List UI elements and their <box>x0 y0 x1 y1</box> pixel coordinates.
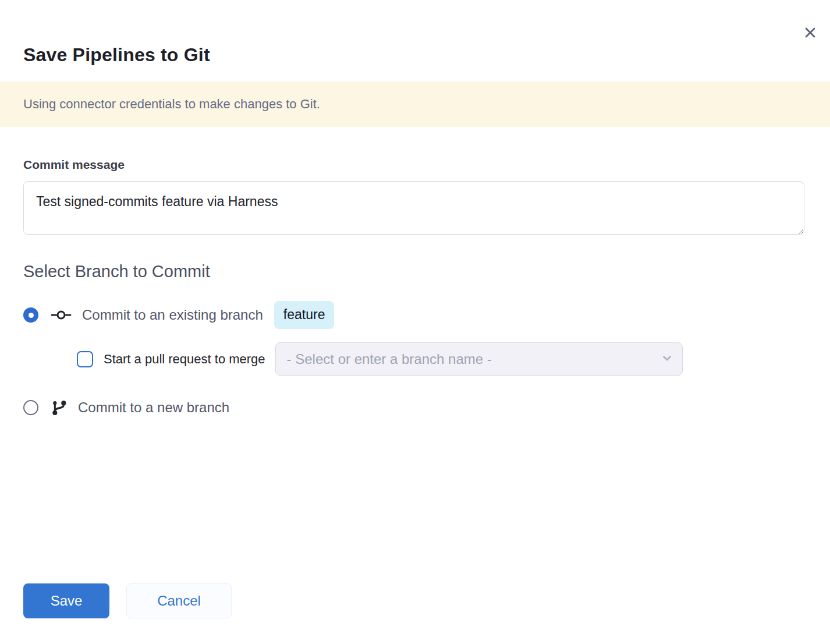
chevron-down-icon <box>660 351 674 367</box>
close-icon <box>802 24 818 43</box>
connector-credentials-banner: Using connector credentials to make chan… <box>0 82 830 127</box>
commit-icon <box>51 308 72 322</box>
new-branch-radio[interactable] <box>23 400 38 415</box>
pull-request-row: Start a pull request to merge - Select o… <box>77 342 807 376</box>
new-branch-label[interactable]: Commit to a new branch <box>78 399 229 416</box>
select-branch-heading: Select Branch to Commit <box>23 262 807 281</box>
start-pull-request-checkbox[interactable] <box>77 351 93 367</box>
commit-message-label: Commit message <box>23 158 807 172</box>
new-branch-option: Commit to a new branch <box>23 399 807 416</box>
cancel-button[interactable]: Cancel <box>126 583 232 618</box>
existing-branch-label[interactable]: Commit to an existing branch <box>82 307 263 323</box>
dialog-body: Commit message Test signed-commits featu… <box>0 158 830 416</box>
dialog-title: Save Pipelines to Git <box>23 44 807 66</box>
current-branch-badge: feature <box>274 301 335 329</box>
banner-message: Using connector credentials to make chan… <box>23 97 320 112</box>
existing-branch-radio[interactable] <box>23 307 38 323</box>
git-branch-icon <box>51 399 68 416</box>
dialog-footer: Save Cancel <box>23 583 232 618</box>
close-button[interactable] <box>801 24 819 42</box>
merge-branch-placeholder: - Select or enter a branch name - <box>287 351 492 367</box>
save-button[interactable]: Save <box>23 583 109 618</box>
start-pull-request-label[interactable]: Start a pull request to merge <box>104 352 265 367</box>
commit-message-input[interactable]: Test signed-commits feature via Harness <box>23 181 804 235</box>
existing-branch-option: Commit to an existing branch feature <box>23 301 807 329</box>
merge-branch-select[interactable]: - Select or enter a branch name - <box>275 342 683 376</box>
